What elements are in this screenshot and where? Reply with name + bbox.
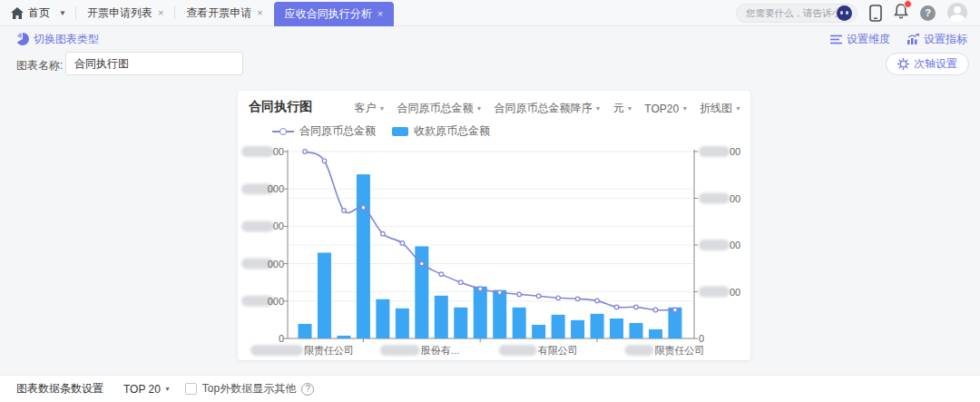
chart-filter-bar: 客户▼合同原币总金额▼合同原币总金额降序▼元▼TOP20▼折线图▼ — [355, 101, 741, 116]
left-tick-suffix: 000 — [268, 296, 284, 307]
tab-close-icon[interactable]: × — [158, 7, 163, 18]
line-point-marker[interactable] — [517, 292, 522, 297]
tab-close-icon[interactable]: × — [257, 7, 262, 18]
line-point-marker[interactable] — [614, 305, 619, 309]
filter-元[interactable]: 元▼ — [612, 101, 632, 116]
bar-收款原币总金额[interactable] — [571, 320, 584, 338]
redacted-company-name — [380, 345, 420, 356]
bar-收款原币总金额[interactable] — [474, 287, 487, 338]
filter-折线图[interactable]: 折线图▼ — [700, 101, 741, 116]
bar-收款原币总金额[interactable] — [513, 308, 526, 338]
line-point-marker[interactable] — [575, 297, 580, 301]
show-others-checkbox[interactable] — [185, 383, 197, 395]
chart-name-input[interactable] — [65, 52, 243, 75]
set-metric-link[interactable]: 设置指标 — [906, 32, 967, 47]
line-point-marker[interactable] — [400, 241, 405, 246]
line-point-marker[interactable] — [458, 280, 463, 285]
bar-收款原币总金额[interactable] — [396, 309, 409, 338]
combo-chart-plot[interactable]: 00000000000000000000000限责任公司股份有...有限公司限责… — [238, 141, 750, 360]
filter-label: 元 — [612, 101, 623, 116]
bar-收款原币总金额[interactable] — [493, 290, 506, 338]
right-tick-suffix: 00 — [730, 146, 740, 157]
chevron-down-icon: ▼ — [379, 105, 386, 112]
x-label-suffix: 股份有... — [421, 345, 459, 356]
x-label-suffix: 限责任公司 — [304, 345, 354, 356]
line-point-marker[interactable] — [322, 159, 327, 163]
filter-合同原币总金额[interactable]: 合同原币总金额▼ — [397, 101, 483, 116]
filter-label: 合同原币总金额 — [397, 101, 474, 116]
tab-应收合同执行分析[interactable]: 应收合同执行分析× — [274, 2, 394, 26]
switch-chart-type-link[interactable]: 切换图表类型 — [16, 32, 99, 47]
bar-收款原币总金额[interactable] — [318, 252, 331, 338]
legend-item-合同原币总金额[interactable]: 合同原币总金额 — [272, 123, 376, 139]
right-tick-suffix: 00 — [730, 193, 740, 204]
chevron-down-icon: ▼ — [476, 105, 483, 112]
assistant-search-input[interactable] — [746, 7, 837, 18]
home-tab-dropdown-caret[interactable]: ▼ — [57, 9, 75, 17]
line-point-marker[interactable] — [420, 261, 425, 266]
line-point-marker[interactable] — [556, 296, 561, 300]
top-n-select[interactable]: TOP 20 ▼ — [123, 383, 171, 396]
assistant-robot-icon[interactable] — [837, 5, 852, 21]
redacted-company-name — [250, 345, 303, 356]
right-tick-suffix: 00 — [730, 240, 740, 250]
show-others-help-icon[interactable]: ? — [301, 383, 314, 396]
toolbar-row: 切换图表类型 设置维度 设置指标 — [0, 28, 980, 50]
filter-客户[interactable]: 客户▼ — [355, 101, 386, 116]
redacted-right-tick-label — [699, 240, 730, 250]
line-point-marker[interactable] — [303, 150, 308, 154]
help-icon[interactable]: ? — [920, 5, 936, 21]
tab-开票申请列表[interactable]: 开票申请列表× — [76, 0, 174, 26]
bar-收款原币总金额[interactable] — [649, 329, 662, 338]
line-point-marker[interactable] — [381, 231, 386, 236]
bar-收款原币总金额[interactable] — [299, 324, 312, 338]
x-label-suffix: 有限公司 — [538, 345, 578, 356]
line-legend-symbol — [272, 131, 294, 132]
line-point-marker[interactable] — [478, 287, 483, 291]
line-point-marker[interactable] — [497, 290, 502, 295]
metric-chart-icon — [906, 34, 919, 44]
bar-收款原币总金额[interactable] — [591, 314, 604, 338]
top-n-value: TOP 20 — [123, 383, 161, 396]
filter-label: 客户 — [355, 101, 377, 116]
chevron-down-icon: ▼ — [164, 386, 171, 392]
line-point-marker[interactable] — [653, 308, 658, 312]
filter-TOP20[interactable]: TOP20▼ — [644, 101, 688, 116]
bar-收款原币总金额[interactable] — [435, 296, 448, 338]
bar-收款原币总金额[interactable] — [532, 325, 545, 338]
filter-label: 折线图 — [700, 101, 732, 116]
bar-收款原币总金额[interactable] — [454, 308, 467, 338]
show-others-label: Top外数据显示其他 — [202, 381, 296, 397]
bar-收款原币总金额[interactable] — [552, 315, 565, 338]
line-point-marker[interactable] — [536, 294, 541, 299]
line-point-marker[interactable] — [361, 206, 366, 211]
line-point-marker[interactable] — [673, 308, 678, 312]
line-point-marker[interactable] — [439, 272, 444, 277]
chevron-down-icon: ▼ — [681, 105, 688, 112]
tab-查看开票申请[interactable]: 查看开票申请× — [175, 0, 273, 26]
mobile-icon[interactable] — [869, 5, 882, 22]
top-tab-bar: 首页 ▼ 开票申请列表×查看开票申请×应收合同执行分析× ? — [0, 0, 980, 26]
secondary-axis-button[interactable]: 次轴设置 — [886, 53, 969, 75]
tab-close-icon[interactable]: × — [377, 8, 383, 19]
assistant-search[interactable] — [736, 4, 858, 23]
notification-bell[interactable] — [894, 4, 908, 23]
legend-item-收款原币总金额[interactable]: 收款原币总金额 — [392, 123, 490, 139]
bar-收款原币总金额[interactable] — [376, 299, 389, 338]
redacted-company-name — [499, 345, 537, 356]
bar-收款原币总金额[interactable] — [629, 323, 642, 338]
left-tick-suffix: 00 — [273, 146, 284, 157]
user-avatar[interactable] — [947, 3, 967, 23]
bar-收款原币总金额[interactable] — [337, 336, 350, 338]
bar-收款原币总金额[interactable] — [415, 246, 428, 338]
line-point-marker[interactable] — [342, 209, 347, 213]
bar-收款原币总金额[interactable] — [610, 319, 623, 338]
line-point-marker[interactable] — [634, 305, 639, 309]
tab-home[interactable]: 首页 — [0, 0, 57, 26]
notification-badge — [904, 0, 912, 8]
bar-收款原币总金额[interactable] — [357, 174, 370, 338]
line-point-marker[interactable] — [595, 299, 600, 303]
filter-合同原币总金额降序[interactable]: 合同原币总金额降序▼ — [494, 101, 601, 116]
set-dimension-link[interactable]: 设置维度 — [830, 32, 890, 47]
left-axis-zero: 0 — [279, 333, 284, 344]
